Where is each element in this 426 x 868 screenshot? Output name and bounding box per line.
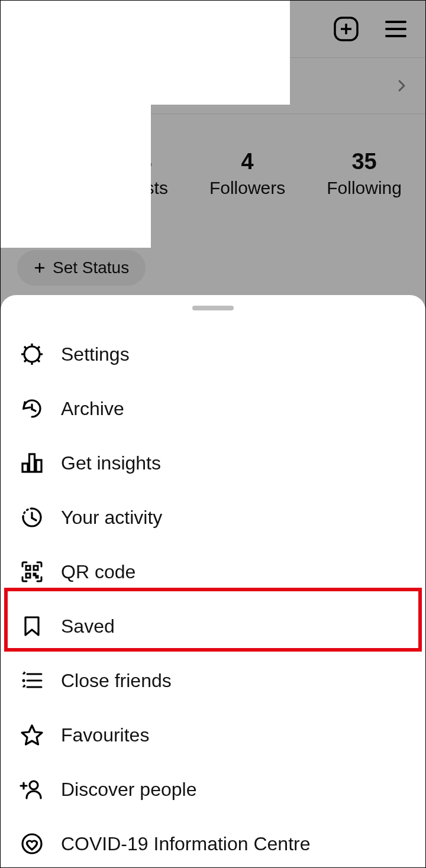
svg-rect-20 xyxy=(30,454,35,472)
svg-line-14 xyxy=(38,360,40,362)
svg-line-15 xyxy=(24,360,27,362)
svg-rect-19 xyxy=(22,464,28,472)
menu-item-settings[interactable]: Settings xyxy=(1,327,425,381)
svg-point-8 xyxy=(24,346,40,362)
close-friends-icon xyxy=(18,667,46,694)
menu-item-your-activity[interactable]: Your activity xyxy=(1,490,425,545)
menu-item-label: QR code xyxy=(61,561,135,583)
menu-item-label: Favourites xyxy=(61,724,149,746)
svg-line-13 xyxy=(24,346,27,349)
annotation-highlight-box xyxy=(4,588,422,652)
qrcode-icon xyxy=(18,558,46,585)
menu-item-archive[interactable]: Archive xyxy=(1,381,425,436)
covid-icon xyxy=(18,830,46,857)
menu-item-label: COVID-19 Information Centre xyxy=(61,833,311,855)
menu-item-label: Close friends xyxy=(61,670,172,692)
settings-icon xyxy=(18,341,46,368)
activity-icon xyxy=(18,504,46,531)
svg-line-18 xyxy=(32,409,36,411)
menu-item-label: Your activity xyxy=(61,507,162,529)
menu-item-discover-people[interactable]: Discover people xyxy=(1,762,425,817)
svg-point-32 xyxy=(22,679,25,682)
menu-item-label: Get insights xyxy=(61,452,161,474)
favourites-icon xyxy=(18,721,46,749)
svg-rect-25 xyxy=(34,566,38,570)
menu-item-insights[interactable]: Get insights xyxy=(1,436,425,490)
insights-icon xyxy=(18,449,46,477)
redaction-overlay xyxy=(1,1,151,248)
svg-rect-26 xyxy=(26,574,30,578)
menu-item-close-friends[interactable]: Close friends xyxy=(1,653,425,708)
menu-item-favourites[interactable]: Favourites xyxy=(1,708,425,762)
svg-point-33 xyxy=(30,781,38,789)
svg-rect-21 xyxy=(36,460,41,472)
menu-item-label: Settings xyxy=(61,344,130,365)
svg-rect-28 xyxy=(36,576,38,578)
sheet-grabber[interactable] xyxy=(192,306,234,310)
menu-item-label: Archive xyxy=(61,398,124,420)
svg-rect-24 xyxy=(26,566,30,570)
archive-icon xyxy=(18,395,46,422)
bottom-sheet-menu: Settings Archive Get insi xyxy=(1,295,425,867)
discover-people-icon xyxy=(18,776,46,803)
menu-item-covid-info[interactable]: COVID-19 Information Centre xyxy=(1,817,425,868)
svg-line-23 xyxy=(32,518,36,520)
svg-line-16 xyxy=(38,346,40,349)
menu-item-label: Discover people xyxy=(61,779,196,801)
